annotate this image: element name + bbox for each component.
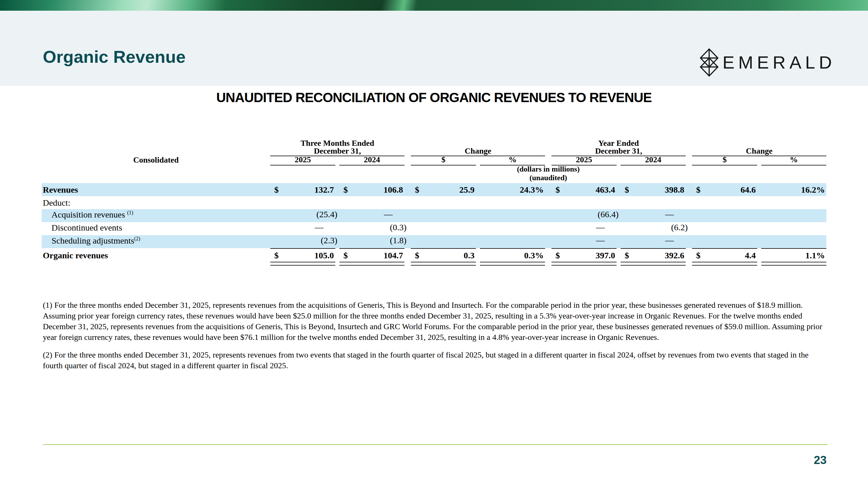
value-cell xyxy=(411,221,476,235)
value-cell: $397.0 xyxy=(552,249,617,262)
value-cell: (25.4) xyxy=(270,208,335,222)
cell-value: 4.4 xyxy=(745,251,757,260)
table-row: Scheduling adjustments(2)(2.3)(1.8)—— xyxy=(42,235,826,248)
cell-value: — xyxy=(315,223,325,232)
top-gradient-banner xyxy=(0,0,868,11)
double-rule-row xyxy=(42,262,826,265)
value-cell xyxy=(761,208,826,222)
value-cell xyxy=(692,221,757,235)
value-cell xyxy=(621,196,686,209)
cell-value: (66.4) xyxy=(598,209,620,219)
cell-value: (6.2) xyxy=(671,223,689,232)
row-label: Organic revenues xyxy=(42,251,270,260)
value-cell: (66.4) xyxy=(552,208,617,222)
column-group-header: Change xyxy=(411,138,545,156)
column-header: $ xyxy=(692,154,757,165)
value-cell xyxy=(339,196,404,209)
cell-value: 0.3 xyxy=(464,251,476,260)
cell-value: 104.7 xyxy=(384,251,405,260)
value-cell xyxy=(761,196,826,209)
currency-symbol: $ xyxy=(625,251,629,260)
column-header: 2024 xyxy=(621,154,686,165)
value-cell: $25.9 xyxy=(411,183,476,196)
value-cell xyxy=(411,208,476,222)
value-cell xyxy=(761,234,826,248)
value-cell: (6.2) xyxy=(621,221,686,235)
value-cell xyxy=(270,196,335,209)
value-cell: 24.3% xyxy=(480,183,545,196)
cell-value: 398.8 xyxy=(665,185,686,195)
double-rule xyxy=(761,262,826,265)
footnotes: (1) For the three months ended December … xyxy=(43,300,828,371)
cell-value: 16.2% xyxy=(801,185,827,195)
footnote-2: (2) For the three months ended December … xyxy=(43,350,828,371)
row-label: Discontinued events xyxy=(42,222,270,233)
double-rule xyxy=(552,262,617,265)
cell-value: 24.3% xyxy=(520,185,546,195)
value-cell: $0.3 xyxy=(411,249,476,262)
masthead: Organic Revenue EMERALD xyxy=(0,11,868,86)
cell-value: 397.0 xyxy=(596,251,617,260)
currency-symbol: $ xyxy=(343,185,348,195)
value-cell xyxy=(692,234,757,248)
cell-value: (0.3) xyxy=(390,223,408,232)
cell-value: — xyxy=(384,209,394,219)
cell-value: 64.6 xyxy=(741,185,757,195)
value-cell: $106.8 xyxy=(339,183,404,196)
double-rule xyxy=(270,262,335,265)
table-row: Revenues$132.7$106.8$25.924.3%$463.4$398… xyxy=(42,183,826,196)
column-header: % xyxy=(480,154,545,165)
group-header-line2: Change xyxy=(692,147,826,155)
double-rule xyxy=(621,262,686,265)
cell-value: 106.8 xyxy=(384,185,405,195)
value-cell: — xyxy=(552,221,617,235)
value-cell: — xyxy=(552,234,617,248)
currency-symbol: $ xyxy=(696,251,701,260)
column-header: 2025 xyxy=(270,154,335,165)
units-note-line1: (dollars in millions) xyxy=(270,165,826,173)
cell-value: 25.9 xyxy=(460,185,476,195)
value-cell xyxy=(411,196,476,209)
value-cell: $398.8 xyxy=(621,183,686,196)
reconciliation-table: Three Months EndedDecember 31,ChangeYear… xyxy=(42,138,826,265)
double-rule xyxy=(411,262,476,265)
table-row: Deduct: xyxy=(42,196,826,209)
currency-symbol: $ xyxy=(625,185,629,195)
cell-value: 105.0 xyxy=(314,251,336,260)
value-cell: $105.0 xyxy=(270,249,335,262)
value-cell: — xyxy=(270,221,335,235)
double-rule xyxy=(692,262,757,265)
value-cell: $132.7 xyxy=(270,183,335,196)
cell-value: 463.4 xyxy=(596,185,617,195)
cell-value: — xyxy=(665,209,675,219)
currency-symbol: $ xyxy=(415,185,419,195)
page-title: Organic Revenue xyxy=(43,48,186,66)
table-title: UNAUDITED RECONCILIATION OF ORGANIC REVE… xyxy=(0,90,868,105)
value-cell xyxy=(480,196,545,209)
column-header: % xyxy=(761,154,826,165)
table-column-header-row: Consolidated20252024$%20252024$% xyxy=(42,155,826,164)
group-header-line1: Three Months Ended xyxy=(270,139,404,147)
currency-symbol: $ xyxy=(696,185,701,195)
value-cell: (1.8) xyxy=(339,234,404,248)
column-header: 2024 xyxy=(339,154,404,165)
units-note: (dollars in millions)(unaudited) xyxy=(270,165,826,182)
value-cell: (2.3) xyxy=(270,234,335,248)
value-cell: $4.4 xyxy=(692,249,757,262)
footnote-marker: (1) xyxy=(127,210,133,216)
cell-value: — xyxy=(596,223,606,232)
value-cell: 16.2% xyxy=(761,183,826,196)
rule-spacer xyxy=(42,248,270,249)
group-header-line1: Year Ended xyxy=(552,139,686,147)
footnote-marker: (2) xyxy=(134,236,140,241)
value-cell xyxy=(480,221,545,235)
table-row: Acquisition revenues (1)(25.4)—(66.4)— xyxy=(42,209,826,222)
column-header: 2025 xyxy=(552,154,617,165)
value-cell: — xyxy=(621,208,686,222)
cell-value: — xyxy=(665,235,675,245)
value-cell: (0.3) xyxy=(339,221,404,235)
value-cell: — xyxy=(339,208,404,222)
cell-value: — xyxy=(596,235,606,245)
currency-symbol: $ xyxy=(556,185,560,195)
logo-wordmark: EMERALD xyxy=(722,48,836,76)
